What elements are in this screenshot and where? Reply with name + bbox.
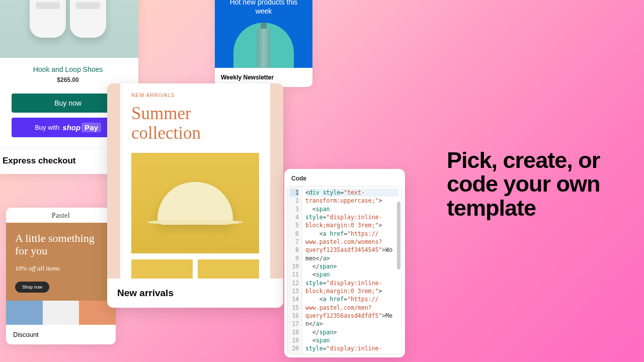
newsletter-product-image — [233, 23, 294, 68]
arrivals-hero-image — [131, 153, 259, 253]
card-label: New arrivals — [107, 279, 283, 308]
discount-title: A little something for you — [15, 232, 107, 257]
arrivals-eyebrow: NEW ARRIVALS — [131, 93, 259, 98]
card-label: Discount — [6, 325, 116, 344]
code-header: Code — [284, 169, 405, 186]
shoppay-prefix: Buy with — [35, 124, 59, 131]
code-content[interactable]: <div style="text-transform:uppercase;"> … — [302, 187, 401, 354]
discount-image-row — [6, 301, 116, 325]
thumbnail — [131, 259, 193, 279]
scrollbar[interactable] — [397, 202, 400, 269]
card-discount[interactable]: Pastel A little something for you 10% of… — [6, 208, 116, 344]
shoppay-logo: shopPay — [62, 123, 101, 132]
product-price: $265.00 — [0, 76, 138, 83]
card-new-arrivals[interactable]: NEW ARRIVALS Summer collection New arriv… — [107, 83, 283, 308]
thumbnail — [198, 259, 259, 279]
code-editor[interactable]: 123456789101112131415161718192021 <div s… — [287, 186, 402, 354]
shop-now-button[interactable]: Shop now — [15, 282, 49, 293]
product-name: Hook and Loop Shoes — [0, 65, 138, 73]
card-code-editor[interactable]: Code 123456789101112131415161718192021 <… — [284, 169, 405, 357]
card-weekly-newsletter[interactable]: Hot new products this week Weekly Newsle… — [215, 0, 312, 87]
discount-brand: Pastel — [6, 208, 116, 223]
product-image — [0, 0, 138, 58]
line-number-gutter: 123456789101112131415161718192021 — [288, 187, 302, 354]
arrivals-thumbnails — [131, 259, 259, 279]
arrivals-title: Summer collection — [131, 104, 259, 143]
discount-subtitle: 10% off all items — [15, 264, 107, 273]
page-headline: Pick, create, or code your own template — [447, 148, 644, 220]
newsletter-hero-text: Hot new products this week — [222, 0, 305, 16]
